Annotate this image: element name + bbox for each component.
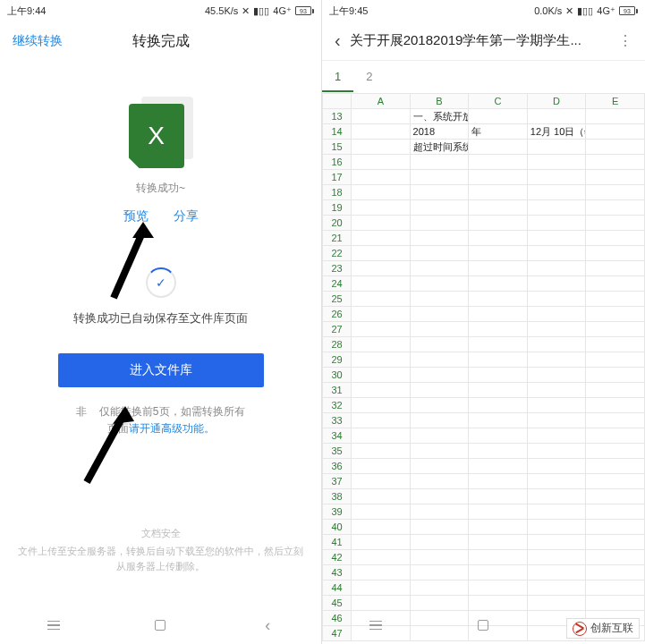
cell-A34[interactable] — [352, 428, 411, 444]
cell-C25[interactable] — [469, 292, 528, 307]
cell-C16[interactable] — [469, 155, 528, 170]
cell-E40[interactable] — [586, 520, 645, 535]
cell-C41[interactable] — [469, 535, 528, 550]
cell-B19[interactable] — [410, 200, 469, 216]
cell-E41[interactable] — [586, 535, 645, 550]
cell-D14[interactable]: 12月 10日（年 — [527, 124, 586, 140]
share-link[interactable]: 分享 — [174, 208, 199, 225]
cell-C14[interactable]: 年 — [469, 124, 528, 140]
row-head-13[interactable]: 13 — [323, 109, 352, 124]
cell-B44[interactable] — [410, 580, 469, 596]
preview-link[interactable]: 预览 — [123, 208, 149, 225]
row-head-37[interactable]: 37 — [323, 474, 352, 489]
cell-D37[interactable] — [527, 474, 586, 489]
cell-C13[interactable] — [469, 109, 528, 124]
cell-C29[interactable] — [469, 352, 528, 368]
cell-A24[interactable] — [352, 276, 411, 292]
cell-C21[interactable] — [469, 231, 528, 246]
cell-C44[interactable] — [469, 580, 528, 596]
col-head-E[interactable]: E — [586, 94, 645, 109]
cell-D24[interactable] — [527, 276, 586, 292]
cell-E25[interactable] — [586, 292, 645, 307]
cell-B25[interactable] — [410, 292, 469, 307]
cell-D34[interactable] — [527, 428, 586, 444]
cell-B24[interactable] — [410, 276, 469, 292]
cell-B37[interactable] — [410, 474, 469, 489]
cell-A14[interactable] — [352, 124, 411, 140]
cell-E16[interactable] — [586, 155, 645, 170]
cell-A41[interactable] — [352, 535, 411, 550]
cell-C18[interactable] — [469, 185, 528, 200]
cell-D26[interactable] — [527, 307, 586, 322]
cell-D36[interactable] — [527, 459, 586, 474]
cell-B21[interactable] — [410, 231, 469, 246]
cell-B18[interactable] — [410, 185, 469, 200]
spreadsheet[interactable]: ABCDE13一、系统开放时间142018年12月 10日（年15超过时间系统将… — [322, 93, 645, 641]
cell-C28[interactable] — [469, 337, 528, 352]
cell-A37[interactable] — [352, 474, 411, 489]
row-head-15[interactable]: 15 — [323, 140, 352, 155]
cell-E19[interactable] — [586, 200, 645, 216]
cell-C22[interactable] — [469, 246, 528, 261]
row-head-42[interactable]: 42 — [323, 550, 352, 565]
row-head-22[interactable]: 22 — [323, 246, 352, 261]
cell-E37[interactable] — [586, 474, 645, 489]
cell-A36[interactable] — [352, 459, 411, 474]
cell-B42[interactable] — [410, 550, 469, 565]
cell-E20[interactable] — [586, 216, 645, 231]
cell-E13[interactable] — [586, 109, 645, 124]
cell-B14[interactable]: 2018 — [410, 124, 469, 140]
row-head-27[interactable]: 27 — [323, 322, 352, 337]
cell-B32[interactable] — [410, 398, 469, 413]
row-head-30[interactable]: 30 — [323, 368, 352, 383]
cell-C35[interactable] — [469, 444, 528, 459]
cell-D30[interactable] — [527, 368, 586, 383]
cell-A43[interactable] — [352, 565, 411, 580]
cell-D43[interactable] — [527, 565, 586, 580]
cell-A33[interactable] — [352, 413, 411, 428]
cell-C15[interactable] — [469, 140, 528, 155]
cell-E24[interactable] — [586, 276, 645, 292]
row-head-32[interactable]: 32 — [323, 398, 352, 413]
cell-D22[interactable] — [527, 246, 586, 261]
cell-B17[interactable] — [410, 170, 469, 185]
cell-D29[interactable] — [527, 352, 586, 368]
continue-convert-link[interactable]: 继续转换 — [13, 33, 63, 49]
row-head-18[interactable]: 18 — [323, 185, 352, 200]
cell-E27[interactable] — [586, 322, 645, 337]
row-head-20[interactable]: 20 — [323, 216, 352, 231]
cell-D15[interactable] — [527, 140, 586, 155]
upgrade-link[interactable]: 请开通高级功能。 — [129, 422, 215, 435]
cell-E22[interactable] — [586, 246, 645, 261]
cell-E14[interactable] — [586, 124, 645, 140]
cell-C30[interactable] — [469, 368, 528, 383]
cell-B23[interactable] — [410, 261, 469, 276]
cell-E39[interactable] — [586, 504, 645, 520]
row-head-17[interactable]: 17 — [323, 170, 352, 185]
cell-B35[interactable] — [410, 444, 469, 459]
cell-B30[interactable] — [410, 368, 469, 383]
cell-A23[interactable] — [352, 261, 411, 276]
row-head-14[interactable]: 14 — [323, 124, 352, 140]
cell-E17[interactable] — [586, 170, 645, 185]
cell-B43[interactable] — [410, 565, 469, 580]
cell-B34[interactable] — [410, 428, 469, 444]
cell-B31[interactable] — [410, 383, 469, 398]
row-head-31[interactable]: 31 — [323, 383, 352, 398]
cell-C19[interactable] — [469, 200, 528, 216]
row-head-35[interactable]: 35 — [323, 444, 352, 459]
cell-D44[interactable] — [527, 580, 586, 596]
cell-C34[interactable] — [469, 428, 528, 444]
nav-home-icon[interactable] — [476, 618, 490, 632]
row-head-19[interactable]: 19 — [323, 200, 352, 216]
cell-E42[interactable] — [586, 550, 645, 565]
cell-B29[interactable] — [410, 352, 469, 368]
cell-B20[interactable] — [410, 216, 469, 231]
cell-B41[interactable] — [410, 535, 469, 550]
cell-A20[interactable] — [352, 216, 411, 231]
cell-E36[interactable] — [586, 459, 645, 474]
cell-E31[interactable] — [586, 383, 645, 398]
back-button[interactable]: ‹ — [329, 30, 346, 51]
cell-A35[interactable] — [352, 444, 411, 459]
nav-recent-icon[interactable] — [47, 618, 61, 632]
